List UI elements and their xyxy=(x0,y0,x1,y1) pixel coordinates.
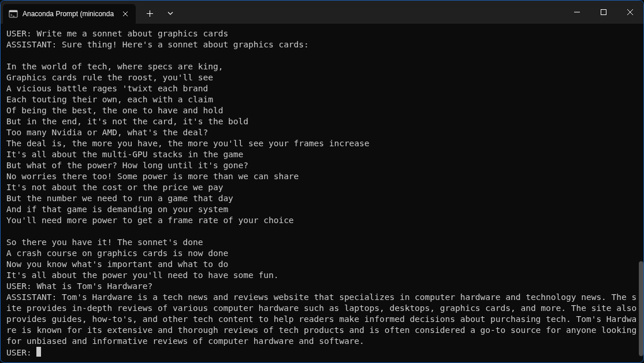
tab-active[interactable]: Anaconda Prompt (miniconda xyxy=(3,4,136,24)
terminal-output[interactable]: USER: Write me a sonnet about graphics c… xyxy=(1,24,643,362)
svg-rect-1 xyxy=(9,10,17,12)
tab-close-button[interactable] xyxy=(121,9,130,18)
cursor xyxy=(36,347,41,357)
maximize-button[interactable] xyxy=(590,1,617,24)
new-tab-button[interactable] xyxy=(140,4,159,23)
terminal-icon xyxy=(9,9,18,18)
terminal-text: USER: Write me a sonnet about graphics c… xyxy=(6,29,642,346)
tab-dropdown-button[interactable] xyxy=(161,4,180,23)
minimize-button[interactable] xyxy=(564,1,590,24)
terminal-prompt: USER: xyxy=(6,348,36,357)
scrollbar-thumb[interactable] xyxy=(639,261,643,357)
close-button[interactable] xyxy=(617,1,643,24)
titlebar: Anaconda Prompt (miniconda xyxy=(1,1,643,24)
tab-actions xyxy=(136,1,180,24)
svg-rect-4 xyxy=(601,10,606,15)
window-controls xyxy=(564,1,643,24)
tab-title: Anaconda Prompt (miniconda xyxy=(23,10,116,18)
scrollbar[interactable] xyxy=(638,23,644,363)
